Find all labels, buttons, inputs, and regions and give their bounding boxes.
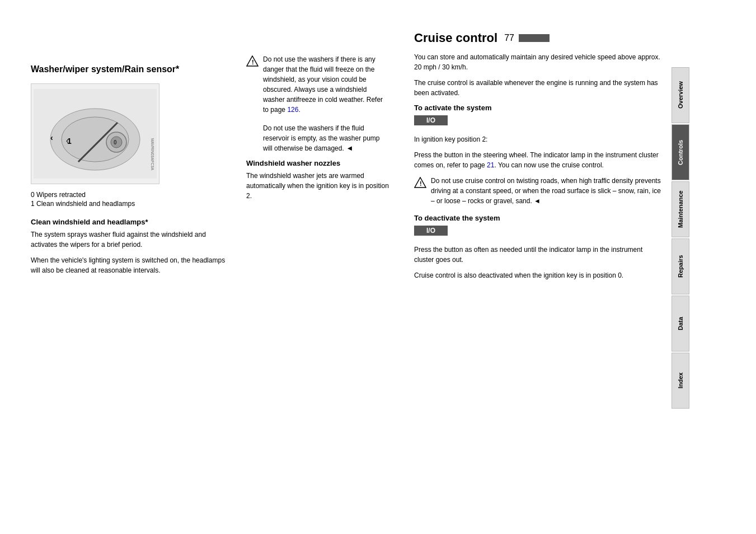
clean-title: Clean windshield and headlamps* xyxy=(31,218,229,226)
warning-block-cruise: ! Do not use cruise control on twisting … xyxy=(414,176,663,206)
sidebar-tab-overview[interactable]: Overview xyxy=(672,67,689,123)
warning-text-1: Do not use the washers if there is any d… xyxy=(263,55,383,114)
warning-triangle-icon: ! xyxy=(246,55,259,153)
svg-text:!: ! xyxy=(420,180,422,187)
sidebar-tab-controls[interactable]: Controls xyxy=(672,124,689,180)
sidebar: Overview Controls Maintenance Repairs Da… xyxy=(672,0,713,534)
clean-text2: When the vehicle's lighting system is sw… xyxy=(31,255,229,275)
left-column: Washer/wiper system/Rain sensor* 1 ‹ xyxy=(0,0,241,534)
deactivate-text1: Press the button as often as needed unti… xyxy=(414,245,663,265)
nozzle-text: The windshield washer jets are warmed au… xyxy=(246,171,389,201)
caption-list: 0 Wipers retracted 1 Clean windshield an… xyxy=(31,191,229,208)
right-column: Cruise control 77 You can store and auto… xyxy=(397,0,672,534)
sidebar-tab-maintenance[interactable]: Maintenance xyxy=(672,181,689,237)
warning-link[interactable]: 126 xyxy=(287,106,298,114)
caption-0-text: Wipers retracted xyxy=(36,191,86,199)
sidebar-tab-maintenance-label: Maintenance xyxy=(677,191,684,228)
io-badge-activate: I/O xyxy=(414,115,663,130)
warning-text-container: Do not use the washers if there is any d… xyxy=(263,54,389,153)
diagram-inner: 1 ‹ 0 ‹ MAVRIN03AFC3A xyxy=(31,84,159,184)
intro-text2: The cruise control is available whenever… xyxy=(414,78,663,98)
deactivate-title: To deactivate the system xyxy=(414,214,663,222)
wiper-diagram: 1 ‹ 0 ‹ MAVRIN03AFC3A xyxy=(31,83,159,184)
caption-1: 1 Clean windshield and headlamps xyxy=(31,200,229,208)
activate-link[interactable]: 21 xyxy=(487,161,494,169)
io-badge-1: I/O xyxy=(414,115,448,125)
sidebar-tab-data[interactable]: Data xyxy=(672,296,689,352)
caption-0-num: 0 xyxy=(31,191,36,199)
section-color-bar xyxy=(519,34,550,42)
sidebar-tab-index-label: Index xyxy=(677,373,684,389)
warning-text-2: Do not use the washers if the fluid rese… xyxy=(263,124,380,152)
io-label-1: I/O xyxy=(426,116,435,124)
sidebar-tab-controls-label: Controls xyxy=(677,139,684,165)
sidebar-tab-repairs-label: Repairs xyxy=(677,255,684,278)
cruise-warning-text: Do not use cruise control on twisting ro… xyxy=(431,176,663,206)
left-section-title: Washer/wiper system/Rain sensor* xyxy=(31,31,229,74)
sidebar-tab-overview-label: Overview xyxy=(677,82,684,109)
io-badge-2: I/O xyxy=(414,226,448,236)
page-container: Washer/wiper system/Rain sensor* 1 ‹ xyxy=(0,0,756,534)
nozzle-title: Windshield washer nozzles xyxy=(246,159,389,167)
svg-text:!: ! xyxy=(252,59,254,65)
diagram-svg: 1 ‹ 0 ‹ MAVRIN03AFC3A xyxy=(34,89,157,179)
io-badge-deactivate: I/O xyxy=(414,226,663,240)
sidebar-tab-index[interactable]: Index xyxy=(672,353,689,409)
end-mark-cruise: ◄ xyxy=(532,197,541,205)
ignition-text: In ignition key position 2: xyxy=(414,134,663,144)
activate-title: To activate the system xyxy=(414,104,663,112)
sidebar-tabs: Overview Controls Maintenance Repairs Da… xyxy=(672,0,713,534)
caption-0: 0 Wipers retracted xyxy=(31,191,229,199)
clean-section: Clean windshield and headlamps* The syst… xyxy=(31,218,229,275)
page-number: 77 xyxy=(504,33,514,43)
svg-text:‹: ‹ xyxy=(50,133,53,142)
caption-1-text: Clean windshield and headlamps xyxy=(36,200,135,208)
caption-1-num: 1 xyxy=(31,200,36,208)
middle-column: ! Do not use the washers if there is any… xyxy=(241,0,397,534)
warning-block-1: ! Do not use the washers if there is any… xyxy=(246,54,389,153)
intro-text1: You can store and automatically maintain… xyxy=(414,52,663,72)
activate-text: Press the button in the steering wheel. … xyxy=(414,150,663,170)
svg-text:‹: ‹ xyxy=(66,136,69,145)
cruise-header: Cruise control 77 xyxy=(414,31,663,45)
svg-text:0: 0 xyxy=(114,139,117,146)
end-mark: ◄ xyxy=(346,144,353,152)
sidebar-tab-repairs[interactable]: Repairs xyxy=(672,238,689,294)
svg-text:MAVRIN03AFC3A: MAVRIN03AFC3A xyxy=(151,138,154,170)
cruise-title: Cruise control xyxy=(414,31,497,45)
clean-text1: The system sprays washer fluid against t… xyxy=(31,229,229,250)
sidebar-tab-data-label: Data xyxy=(677,317,684,330)
deactivate-text2: Cruise control is also deactivated when … xyxy=(414,270,663,280)
warning-triangle-icon-cruise: ! xyxy=(414,177,426,206)
io-label-2: I/O xyxy=(426,227,435,235)
